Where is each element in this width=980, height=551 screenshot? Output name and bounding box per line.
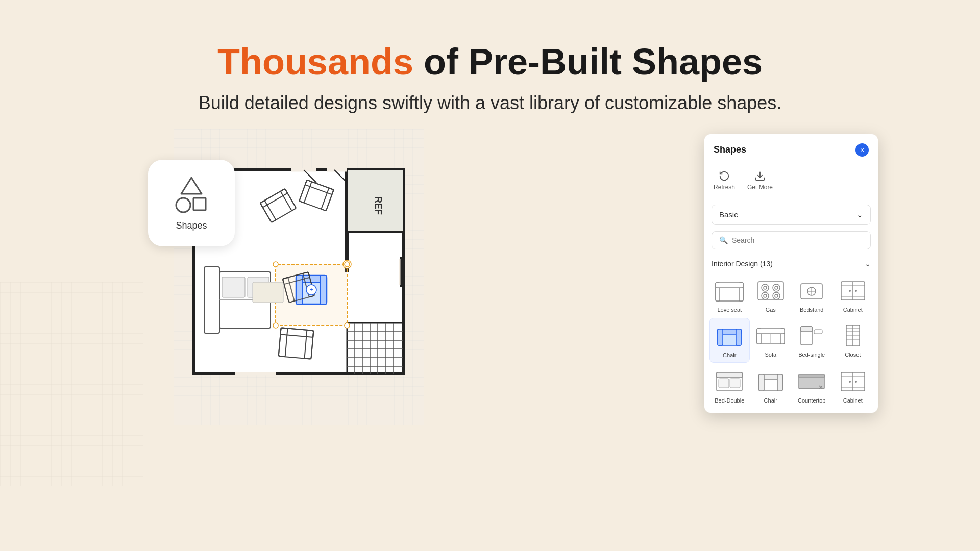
chair-2-icon: [756, 370, 786, 393]
shape-label-bedstand: Bedstand: [800, 307, 823, 313]
cabinet-1-icon: [838, 280, 868, 302]
love-seat-icon: [715, 280, 744, 302]
panel-title: Shapes: [714, 144, 746, 155]
svg-rect-31: [222, 277, 245, 297]
cabinet-2-icon: [838, 370, 868, 393]
shape-item-closet[interactable]: Closet: [833, 318, 873, 363]
refresh-icon: [719, 170, 730, 182]
shape-item-gas[interactable]: Gas: [751, 273, 791, 317]
shape-item-sofa[interactable]: Sofa: [751, 318, 791, 363]
header: Thousands of Pre-Built Shapes Build deta…: [0, 0, 980, 129]
svg-rect-116: [799, 374, 824, 378]
shape-label-bed-double: Bed-Double: [715, 397, 744, 404]
svg-rect-64: [253, 282, 283, 303]
category-dropdown[interactable]: Basic ⌄: [712, 205, 871, 225]
shapes-panel: Shapes × Refresh Get More: [704, 134, 878, 413]
title-highlight: Thousands: [217, 41, 413, 82]
svg-point-58: [273, 323, 278, 328]
shape-item-cabinet-2[interactable]: Cabinet: [833, 364, 873, 408]
svg-rect-3: [193, 198, 206, 210]
shape-label-countertop: Countertop: [798, 397, 825, 404]
refresh-button[interactable]: Refresh: [714, 170, 735, 191]
svg-point-85: [849, 290, 851, 292]
shapes-icon: [171, 174, 212, 215]
shape-item-chair-1[interactable]: Chair: [709, 318, 750, 363]
shapes-icon-label: Shapes: [176, 220, 207, 231]
gas-icon: [756, 280, 786, 302]
get-more-label: Get More: [747, 184, 773, 191]
svg-rect-109: [719, 379, 729, 388]
chevron-down-icon: ⌄: [856, 210, 863, 219]
shapes-grid: Love seat Gas: [704, 273, 878, 413]
svg-text:+: +: [309, 286, 313, 293]
sofa-icon: [756, 324, 786, 347]
bed-single-icon: [797, 324, 826, 347]
title-rest: of Pre-Built Shapes: [413, 41, 763, 82]
refresh-label: Refresh: [714, 184, 735, 191]
svg-rect-0: [0, 282, 143, 486]
dropdown-selected: Basic: [719, 210, 738, 219]
svg-point-86: [855, 290, 857, 292]
svg-rect-45: [320, 276, 327, 304]
svg-point-121: [849, 381, 851, 383]
bed-double-icon: [715, 370, 744, 393]
svg-rect-28: [204, 267, 219, 333]
svg-rect-99: [801, 327, 812, 332]
search-input[interactable]: [732, 236, 863, 244]
chair-1-icon: [715, 325, 744, 347]
shape-label-love-seat: Love seat: [717, 307, 742, 313]
closet-icon: [838, 324, 868, 347]
shape-item-chair-2[interactable]: Chair: [751, 364, 791, 408]
svg-rect-114: [777, 374, 782, 391]
svg-rect-100: [814, 330, 822, 334]
shape-label-bed-single: Bed-single: [798, 352, 825, 358]
svg-point-56: [273, 262, 278, 267]
left-grid-decoration: [0, 282, 143, 486]
countertop-icon: [797, 370, 826, 393]
shape-item-bed-single[interactable]: Bed-single: [792, 318, 832, 363]
shape-item-bed-double[interactable]: Bed-Double: [709, 364, 750, 408]
shape-item-bedstand[interactable]: Bedstand: [792, 273, 832, 317]
content-area: Shapes REF: [0, 129, 980, 522]
svg-rect-69: [716, 283, 743, 288]
page-title: Thousands of Pre-Built Shapes: [0, 41, 980, 83]
category-chevron-icon: ⌄: [865, 260, 871, 268]
svg-point-2: [176, 198, 190, 212]
get-more-button[interactable]: Get More: [747, 170, 773, 191]
category-header: Interior Design (13) ⌄: [704, 256, 878, 273]
shape-label-gas: Gas: [766, 307, 776, 313]
svg-rect-110: [730, 379, 740, 388]
category-name: Interior Design (13): [712, 260, 773, 268]
close-button[interactable]: ×: [855, 143, 869, 157]
svg-rect-113: [759, 374, 764, 391]
shape-label-cabinet-1: Cabinet: [843, 307, 863, 313]
svg-marker-1: [181, 178, 202, 194]
download-icon: [754, 170, 766, 182]
svg-text:REF: REF: [373, 196, 383, 215]
bedstand-icon: [797, 280, 826, 302]
search-icon: 🔍: [719, 236, 728, 244]
panel-toolbar: Refresh Get More: [704, 163, 878, 198]
page-subtitle: Build detailed designs swiftly with a va…: [0, 92, 980, 114]
svg-rect-91: [718, 329, 723, 345]
search-bar: 🔍: [712, 231, 871, 249]
shape-label-chair-2: Chair: [764, 397, 777, 404]
svg-rect-108: [717, 372, 742, 378]
shape-item-cabinet-1[interactable]: Cabinet: [833, 273, 873, 317]
shape-label-chair-1: Chair: [723, 352, 736, 358]
svg-point-57: [345, 262, 350, 267]
shape-label-cabinet-2: Cabinet: [843, 397, 863, 404]
shape-label-closet: Closet: [845, 352, 861, 358]
svg-rect-92: [736, 329, 741, 345]
shape-label-sofa: Sofa: [765, 352, 776, 358]
shapes-icon-button[interactable]: Shapes: [148, 160, 235, 246]
shape-item-countertop[interactable]: Countertop: [792, 364, 832, 408]
svg-point-59: [345, 323, 350, 328]
shape-item-love-seat[interactable]: Love seat: [709, 273, 750, 317]
svg-point-122: [855, 381, 857, 383]
panel-header: Shapes ×: [704, 134, 878, 163]
